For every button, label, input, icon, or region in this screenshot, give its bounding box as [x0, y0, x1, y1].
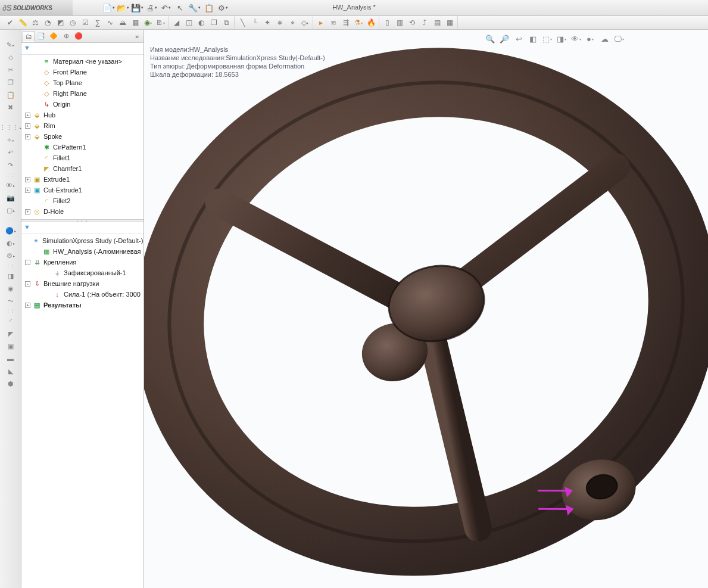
tb-spellcheck-icon[interactable]: ✔: [5, 17, 15, 28]
fm-tab-feature-tree[interactable]: 🗂: [23, 31, 35, 42]
rail-view-icon[interactable]: 👁: [1, 179, 20, 191]
tb-corner-icon[interactable]: └: [249, 17, 260, 28]
tb-massprops-icon[interactable]: ◔: [42, 17, 53, 28]
fm-filter-bar-2[interactable]: ▼: [21, 222, 144, 234]
rail-scene-icon[interactable]: ◐: [1, 237, 20, 249]
rail-fillet-icon[interactable]: ◜: [1, 315, 20, 327]
rail-cut-icon[interactable]: ✂: [1, 64, 20, 76]
tree-origin[interactable]: ↳Origin: [21, 99, 144, 110]
rail-mirror-icon[interactable]: ✧: [1, 134, 20, 146]
sim-load-1[interactable]: ↓Сила-1 (:На объект: 3000: [21, 289, 144, 300]
options-button[interactable]: 📋: [202, 1, 216, 14]
collapse-icon[interactable]: -: [25, 260, 30, 265]
sim-study[interactable]: ✴SimulationXpress Study (-Default-): [21, 235, 144, 246]
tree-front-plane[interactable]: ◇Front Plane: [21, 67, 144, 77]
tree-material[interactable]: ≡Материал <не указан>: [21, 56, 144, 67]
settings-button[interactable]: ⚙: [217, 1, 230, 14]
save-button[interactable]: 💾: [131, 1, 144, 14]
tb-ref-icon[interactable]: ◇: [300, 17, 310, 28]
rail-undo-icon[interactable]: ↶: [1, 147, 20, 158]
rail-display-icon[interactable]: ▢: [1, 204, 20, 216]
tree-feat-rim[interactable]: +⬙Rim: [21, 120, 144, 131]
graphics-area[interactable]: 🔍 🔎 ↩ ◧ ⬚ ◨ 👁 ● ☁ 🖵 ◂ Имя модели:HW_Anal…: [144, 30, 708, 588]
expand-icon[interactable]: +: [25, 188, 30, 193]
tb-symmetry-icon[interactable]: ◐: [196, 17, 207, 28]
tree-feat-fillet2[interactable]: ◜Fillet2: [21, 195, 144, 206]
tb-draft-icon[interactable]: ◢: [171, 17, 182, 28]
tb-measure-icon[interactable]: 📏: [17, 17, 28, 28]
tb-animate-icon[interactable]: ▸: [316, 17, 326, 28]
print-button[interactable]: 🖨: [145, 1, 158, 14]
rail-pattern-icon[interactable]: ⋮⋮⋮: [1, 122, 20, 133]
fm-tab-display[interactable]: 🔴: [73, 31, 85, 42]
rebuild-button[interactable]: 🔧: [188, 1, 201, 14]
tree-feat-cirpattern[interactable]: ✱CirPattern1: [21, 142, 144, 153]
rail-revolve-icon[interactable]: ◉: [1, 282, 20, 294]
sim-fixtures[interactable]: -⇊Крепления: [21, 257, 144, 267]
tb-coord-icon[interactable]: ⌖: [287, 17, 298, 28]
tb-clock-icon[interactable]: ◷: [67, 17, 78, 28]
expand-icon[interactable]: +: [25, 123, 30, 129]
collapse-icon[interactable]: -: [25, 281, 30, 287]
undo-button[interactable]: ↶: [160, 1, 173, 14]
rail-appearance-icon[interactable]: 🔵: [1, 225, 20, 237]
fm-tab-property[interactable]: 📑: [35, 31, 47, 42]
sim-part[interactable]: ▦HW_Analysis (-Алюминиевая: [21, 246, 144, 257]
tb-xpress-icon[interactable]: 🔥: [366, 17, 376, 28]
tb-view1-icon[interactable]: ▯: [382, 17, 392, 28]
tb-docs-icon[interactable]: 🗎: [155, 17, 166, 28]
expand-icon[interactable]: +: [25, 134, 30, 139]
tree-right-plane[interactable]: ◇Right Plane: [21, 88, 144, 99]
tb-stats-icon[interactable]: ∑: [92, 17, 103, 28]
tree-top-plane[interactable]: ◇Top Plane: [21, 77, 144, 88]
tree-feat-extrude1[interactable]: +▣Extrude1: [21, 174, 144, 185]
new-doc-button[interactable]: 📄: [102, 1, 116, 14]
tb-compare-icon[interactable]: ⧉: [221, 17, 232, 28]
tb-sim-icon[interactable]: ⚗: [353, 17, 364, 28]
tb-copy-icon[interactable]: ❐: [208, 17, 219, 28]
tb-flow-icon[interactable]: ⇶: [341, 17, 351, 28]
select-button[interactable]: ↖: [174, 1, 187, 14]
rail-redo-icon[interactable]: ↷: [1, 159, 20, 171]
tb-thickness-icon[interactable]: ◫: [183, 17, 194, 28]
rail-sweep-icon[interactable]: ⤳: [1, 295, 20, 307]
fm-filter-bar[interactable]: ▼: [21, 43, 144, 55]
rail-decal-icon[interactable]: ⚙: [1, 250, 20, 262]
tb-view4-icon[interactable]: ⤴: [419, 17, 430, 28]
expand-icon[interactable]: +: [25, 177, 30, 182]
expand-icon[interactable]: +: [25, 113, 30, 118]
fm-tab-dim[interactable]: ⊕: [60, 31, 72, 42]
tb-deviation-icon[interactable]: ⛰: [117, 17, 128, 28]
open-doc-button[interactable]: 📂: [117, 1, 130, 14]
rail-camera-icon[interactable]: 📷: [1, 192, 20, 204]
model-viewport[interactable]: [144, 30, 708, 588]
tb-view5-icon[interactable]: ▤: [432, 17, 442, 28]
tb-motion-icon[interactable]: ≋: [328, 17, 339, 28]
sim-loads[interactable]: -⇩Внешние нагрузки: [21, 278, 144, 289]
rail-delete-icon[interactable]: ✖: [1, 101, 20, 113]
tb-axis-icon[interactable]: ✦: [262, 17, 273, 28]
rail-plane-icon[interactable]: ◇: [1, 51, 20, 63]
tb-curves-icon[interactable]: ∿: [105, 17, 116, 28]
fm-tab-config[interactable]: 🔶: [48, 31, 60, 42]
rail-dome-icon[interactable]: ⬢: [1, 378, 20, 390]
rail-shell-icon[interactable]: ▣: [1, 340, 20, 352]
rail-copy-icon[interactable]: ❐: [1, 76, 20, 88]
tb-balance-icon[interactable]: ⚖: [30, 17, 40, 28]
tb-curvature-icon[interactable]: ◉: [142, 17, 153, 28]
sim-results[interactable]: +▤Результаты: [21, 300, 144, 310]
tree-feat-cutextrude1[interactable]: +▣Cut-Extrude1: [21, 185, 144, 195]
tb-view6-icon[interactable]: ▦: [444, 17, 455, 28]
rail-paste-icon[interactable]: 📋: [1, 89, 20, 101]
tree-feat-fillet1[interactable]: ◜Fillet1: [21, 153, 144, 163]
rail-chamfer-icon[interactable]: ◤: [1, 328, 20, 340]
tb-zebra-icon[interactable]: ▦: [130, 17, 141, 28]
tb-check-icon[interactable]: ☑: [80, 17, 91, 28]
sim-fixture-1[interactable]: ⏚Зафиксированный-1: [21, 267, 144, 278]
rail-sketch-icon[interactable]: ✎: [1, 39, 20, 51]
rail-rib-icon[interactable]: ▬: [1, 353, 20, 365]
tb-point-icon[interactable]: ∗: [275, 17, 285, 28]
tb-section-icon[interactable]: ◩: [55, 17, 66, 28]
tree-feat-spoke[interactable]: +⬙Spoke: [21, 131, 144, 142]
tree-feat-hub[interactable]: +⬙Hub: [21, 110, 144, 120]
